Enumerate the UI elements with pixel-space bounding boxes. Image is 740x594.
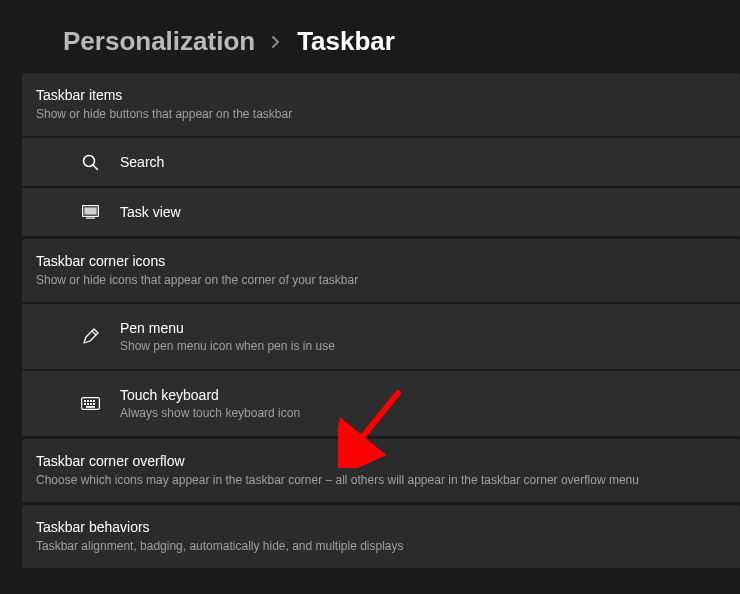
section-behaviors[interactable]: Taskbar behaviors Taskbar alignment, bad… [22,505,740,568]
svg-line-1 [93,165,97,169]
svg-rect-9 [90,400,92,402]
svg-rect-11 [84,403,86,405]
svg-rect-12 [87,403,89,405]
svg-line-5 [92,331,96,335]
keyboard-icon [80,394,100,414]
section-desc: Show or hide icons that appear on the co… [36,272,726,289]
section-desc: Show or hide buttons that appear on the … [36,106,726,123]
item-touch-keyboard[interactable]: Touch keyboard Always show touch keyboar… [22,371,740,436]
section-desc: Taskbar alignment, badging, automaticall… [36,538,726,555]
svg-rect-3 [84,208,96,215]
svg-rect-13 [90,403,92,405]
section-taskbar-items[interactable]: Taskbar items Show or hide buttons that … [22,73,740,136]
section-corner-icons[interactable]: Taskbar corner icons Show or hide icons … [22,239,740,302]
item-label: Search [120,152,164,172]
item-search[interactable]: Search [22,138,740,186]
chevron-right-icon [271,35,281,49]
search-icon [80,152,100,172]
breadcrumb-current: Taskbar [297,26,395,57]
section-title: Taskbar items [36,85,726,105]
item-sub: Show pen menu icon when pen is in use [120,338,335,355]
pen-icon [80,327,100,347]
breadcrumb: Personalization Taskbar [0,0,740,73]
section-title: Taskbar behaviors [36,517,726,537]
svg-rect-4 [86,218,95,219]
svg-rect-7 [84,400,86,402]
item-pen-menu[interactable]: Pen menu Show pen menu icon when pen is … [22,304,740,369]
breadcrumb-parent[interactable]: Personalization [63,26,255,57]
svg-rect-14 [93,403,95,405]
item-label: Task view [120,202,181,222]
section-corner-overflow[interactable]: Taskbar corner overflow Choose which ico… [22,439,740,502]
section-title: Taskbar corner overflow [36,451,726,471]
item-label: Pen menu [120,318,335,338]
item-label: Touch keyboard [120,385,300,405]
svg-rect-8 [87,400,89,402]
svg-rect-10 [93,400,95,402]
section-desc: Choose which icons may appear in the tas… [36,472,726,489]
item-sub: Always show touch keyboard icon [120,405,300,422]
section-title: Taskbar corner icons [36,251,726,271]
item-task-view[interactable]: Task view [22,188,740,236]
svg-rect-15 [86,406,95,408]
task-view-icon [80,202,100,222]
